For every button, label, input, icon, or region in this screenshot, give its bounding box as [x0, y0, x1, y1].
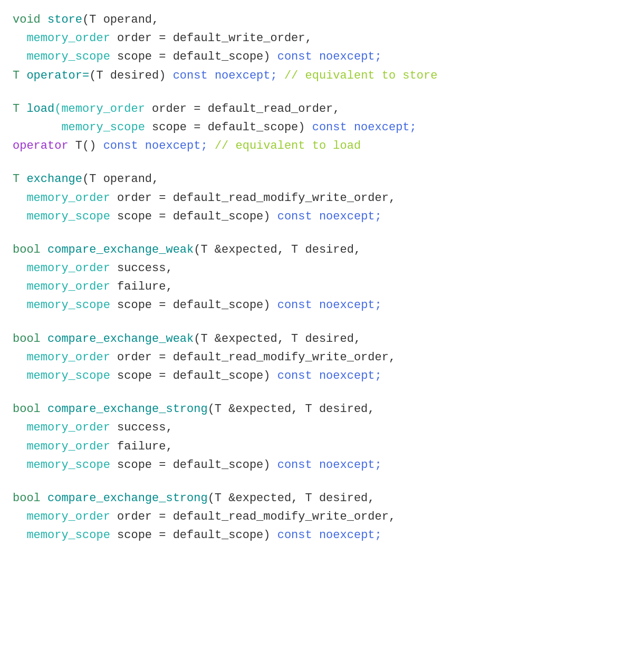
- code-token: memory_order: [13, 421, 110, 434]
- code-token: const: [103, 139, 145, 152]
- code-line: memory_order failure,: [13, 277, 631, 296]
- code-token: memory_order: [13, 262, 110, 275]
- code-line: bool compare_exchange_weak(T &expected, …: [13, 330, 631, 348]
- code-line: bool compare_exchange_strong(T &expected…: [13, 489, 631, 508]
- code-token: memory_scope: [13, 210, 110, 223]
- code-token: memory_scope: [13, 121, 145, 134]
- code-line: memory_scope scope = default_scope) cons…: [13, 207, 631, 226]
- code-token: operator=: [26, 69, 89, 82]
- code-token: memory_order: [13, 280, 110, 293]
- code-token: noexcept;: [319, 458, 382, 472]
- code-token: order = default_write_order,: [110, 32, 312, 45]
- code-token: memory_scope: [13, 458, 110, 472]
- code-line: T exchange(T operand,: [13, 170, 631, 188]
- code-token: order = default_read_modify_write_order,: [110, 510, 396, 523]
- code-token: exchange: [26, 173, 82, 186]
- code-token: const: [277, 210, 319, 223]
- code-token: const: [277, 369, 319, 382]
- code-section-compare_exchange_weak_1: bool compare_exchange_weak(T &expected, …: [13, 241, 631, 315]
- code-token: compare_exchange_strong: [47, 403, 208, 416]
- code-token: const: [277, 529, 319, 542]
- code-token: bool: [13, 332, 47, 346]
- code-token: noexcept;: [319, 529, 382, 542]
- code-token: noexcept;: [354, 121, 417, 134]
- code-token: memory_order: [13, 440, 110, 453]
- code-line: memory_order order = default_write_order…: [13, 29, 631, 47]
- code-token: scope = default_scope): [110, 529, 277, 542]
- code-line: bool compare_exchange_weak(T &expected, …: [13, 241, 631, 259]
- code-token: T(): [69, 139, 103, 152]
- code-token: noexcept;: [319, 299, 382, 312]
- code-token: memory_order: [13, 192, 110, 205]
- code-line: memory_scope scope = default_scope) cons…: [13, 456, 631, 474]
- code-token: memory_order: [13, 32, 110, 45]
- code-token: const: [277, 458, 319, 472]
- code-token: T: [13, 102, 26, 116]
- code-token: (T &expected, T desired,: [208, 492, 375, 505]
- code-token: compare_exchange_weak: [47, 243, 194, 256]
- code-line: memory_order success,: [13, 259, 631, 277]
- code-token: (T desired): [89, 69, 172, 82]
- code-token: const: [277, 299, 319, 312]
- code-line: operator T() const noexcept; // equivale…: [13, 137, 631, 155]
- code-line: memory_order failure,: [13, 437, 631, 456]
- code-token: memory_scope: [13, 369, 110, 382]
- code-token: const: [277, 50, 319, 63]
- code-token: bool: [13, 243, 47, 256]
- code-token: scope = default_scope): [110, 210, 277, 223]
- code-token: const: [312, 121, 354, 134]
- code-token: // equivalent to load: [215, 139, 361, 152]
- code-token: store: [47, 13, 82, 26]
- code-display: void store(T operand, memory_order order…: [13, 11, 631, 545]
- code-line: T load(memory_order order = default_read…: [13, 100, 631, 118]
- code-line: memory_order order = default_read_modify…: [13, 348, 631, 367]
- code-token: (T &expected, T desired,: [208, 403, 375, 416]
- code-line: memory_order order = default_read_modify…: [13, 508, 631, 526]
- code-token: order = default_read_modify_write_order,: [110, 351, 396, 364]
- code-line: memory_scope scope = default_scope) cons…: [13, 526, 631, 544]
- code-token: noexcept;: [319, 210, 382, 223]
- code-token: T: [13, 69, 26, 82]
- code-section-compare_exchange_weak_2: bool compare_exchange_weak(T &expected, …: [13, 330, 631, 386]
- code-line: void store(T operand,: [13, 11, 631, 29]
- code-token: noexcept;: [319, 50, 382, 63]
- code-token: memory_scope: [13, 529, 110, 542]
- code-token: memory_order: [13, 351, 110, 364]
- code-token: (T &expected, T desired,: [194, 243, 361, 256]
- code-line: memory_scope scope = default_scope) cons…: [13, 367, 631, 385]
- code-section-exchange: T exchange(T operand, memory_order order…: [13, 170, 631, 226]
- code-line: memory_order order = default_read_modify…: [13, 189, 631, 207]
- code-token: noexcept;: [215, 69, 284, 82]
- code-section-load: T load(memory_order order = default_read…: [13, 100, 631, 156]
- code-token: (T &expected, T desired,: [194, 332, 361, 346]
- code-token: T: [13, 173, 26, 186]
- code-token: failure,: [110, 280, 173, 293]
- code-token: load: [26, 102, 54, 116]
- code-line: memory_scope scope = default_scope) cons…: [13, 118, 631, 137]
- code-token: compare_exchange_strong: [47, 492, 208, 505]
- code-token: order = default_read_modify_write_order,: [110, 192, 396, 205]
- code-token: (memory_order: [54, 102, 145, 116]
- code-token: success,: [110, 262, 173, 275]
- code-token: noexcept;: [145, 139, 215, 152]
- code-token: order = default_read_order,: [145, 102, 340, 116]
- code-token: success,: [110, 421, 173, 434]
- code-token: const: [173, 69, 215, 82]
- code-token: scope = default_scope): [110, 299, 277, 312]
- code-token: // equivalent to store: [284, 69, 437, 82]
- code-token: failure,: [110, 440, 173, 453]
- code-line: memory_order success,: [13, 418, 631, 437]
- code-section-compare_exchange_strong_2: bool compare_exchange_strong(T &expected…: [13, 489, 631, 545]
- code-line: T operator=(T desired) const noexcept; /…: [13, 66, 631, 85]
- code-token: memory_scope: [13, 50, 110, 63]
- code-token: memory_scope: [13, 299, 110, 312]
- code-token: bool: [13, 492, 47, 505]
- code-line: bool compare_exchange_strong(T &expected…: [13, 400, 631, 418]
- code-token: operator: [13, 139, 69, 152]
- code-section-store: void store(T operand, memory_order order…: [13, 11, 631, 85]
- code-section-compare_exchange_strong_1: bool compare_exchange_strong(T &expected…: [13, 400, 631, 474]
- code-token: bool: [13, 403, 47, 416]
- code-token: memory_order: [13, 510, 110, 523]
- code-token: scope = default_scope): [110, 50, 277, 63]
- code-token: noexcept;: [319, 369, 382, 382]
